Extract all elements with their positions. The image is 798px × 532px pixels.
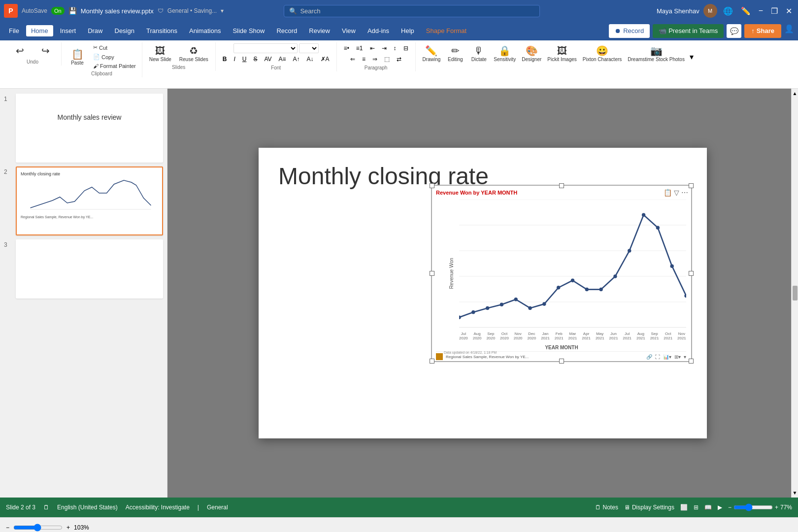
menu-slideshow[interactable]: Slide Show <box>228 25 269 36</box>
account-icon[interactable]: 👤 <box>784 24 794 38</box>
notes-button[interactable]: 🗒 Notes <box>595 504 618 511</box>
sensitivity-button[interactable]: 🔒Sensitivity <box>491 43 519 64</box>
drawing-button[interactable]: ✏️Drawing <box>420 43 444 64</box>
align-center-button[interactable]: ≡ <box>359 54 368 64</box>
comment-button[interactable]: 💬 <box>727 24 741 38</box>
menu-help[interactable]: Help <box>396 25 419 36</box>
font-size-select[interactable] <box>299 43 319 53</box>
reuse-slides-button[interactable]: ♻Reuse Slides <box>176 43 211 64</box>
pickit-images-button[interactable]: 🖼Pickit Images <box>544 43 579 64</box>
italic-button[interactable]: I <box>231 54 238 64</box>
bottom-zoom-out[interactable]: − <box>6 524 9 531</box>
menu-home[interactable]: Home <box>26 25 53 36</box>
scroll-thumb[interactable] <box>793 286 798 300</box>
notes-icon[interactable]: 🗒 <box>43 504 49 511</box>
menu-insert[interactable]: Insert <box>55 25 81 36</box>
search-box[interactable]: 🔍 Search <box>284 5 540 17</box>
convert-button[interactable]: ⇄ <box>394 54 404 64</box>
chart-filter-icon[interactable]: ▽ <box>674 189 679 197</box>
share-button[interactable]: ↑ Share <box>744 24 781 38</box>
bold-button[interactable]: B <box>220 54 230 64</box>
menu-review[interactable]: Review <box>304 25 335 36</box>
indent-decrease-button[interactable]: ⇤ <box>367 43 378 53</box>
close-button[interactable]: ✕ <box>784 4 794 18</box>
save-dropdown-icon[interactable]: ▾ <box>221 7 224 14</box>
increase-font-button[interactable]: A↑ <box>290 54 303 64</box>
minimize-button[interactable]: − <box>757 4 765 17</box>
clear-format-button[interactable]: ✗A <box>318 54 332 64</box>
new-slide-button[interactable]: 🖼New Slide <box>146 43 174 64</box>
smartart-button[interactable]: ⬚ <box>381 54 393 64</box>
numbering-button[interactable]: ≡1 <box>353 43 366 53</box>
menu-shape-format[interactable]: Shape Format <box>421 25 471 36</box>
display-settings-button[interactable]: 🖥 Display Settings <box>624 504 674 511</box>
menu-animations[interactable]: Animations <box>184 25 226 36</box>
text-direction-button[interactable]: A≡ <box>276 54 289 64</box>
chart-table-icon[interactable]: ⊞▾ <box>674 354 681 360</box>
zoom-out-button[interactable]: − <box>728 504 732 511</box>
slide-list-item-3[interactable]: 3 <box>4 239 163 299</box>
strikethrough-button[interactable]: S <box>250 54 260 64</box>
underline-button[interactable]: U <box>239 54 250 64</box>
redo-button[interactable]: ↪ <box>33 43 57 58</box>
editing-button[interactable]: ✏Editing <box>443 43 467 64</box>
line-spacing-button[interactable]: ↕ <box>391 43 399 53</box>
slide-list-item-1[interactable]: 1 Monthly sales review <box>4 94 163 163</box>
present-in-teams-button[interactable]: 📹 Present in Teams <box>653 24 724 38</box>
avatar[interactable]: M <box>703 4 717 18</box>
format-painter-button[interactable]: 🖌Format Painter <box>91 62 138 70</box>
scroll-up-icon[interactable]: ▲ <box>793 91 798 96</box>
bottom-zoom-in[interactable]: + <box>66 524 70 531</box>
menu-addins[interactable]: Add-ins <box>363 25 394 36</box>
autosave-toggle[interactable]: On <box>51 7 65 15</box>
undo-button[interactable]: ↩ <box>8 43 32 58</box>
align-left-button[interactable]: ⇐ <box>347 54 358 64</box>
bullets-button[interactable]: ≡• <box>341 43 352 53</box>
menu-record[interactable]: Record <box>271 25 302 36</box>
decrease-font-button[interactable]: A↓ <box>304 54 317 64</box>
zoom-slider[interactable] <box>733 503 773 511</box>
copy-button[interactable]: 📄Copy <box>91 53 138 61</box>
chart-more-icon[interactable]: ⋯ <box>681 189 688 197</box>
chart-more-btn[interactable]: ▾ <box>684 354 686 360</box>
canvas-area[interactable]: ▲ ▼ Monthly closing rate <box>167 89 798 498</box>
view-slideshow-button[interactable]: ▶ <box>718 504 722 511</box>
cut-button[interactable]: ✂Cut <box>91 43 138 52</box>
slide-thumbnail-2[interactable]: Monthly closing rate Regional Sales Samp… <box>16 166 163 235</box>
chart-container[interactable]: 📋 ▽ ⋯ Revenue Won by YEAR MONTH Revenue … <box>431 185 692 362</box>
dreamstime-button[interactable]: 📷Dreamstime Stock Photos <box>625 43 688 64</box>
zoom-in-button[interactable]: + <box>775 504 778 511</box>
pixton-characters-button[interactable]: 😀Pixton Characters <box>580 43 625 64</box>
view-reading-button[interactable]: 📖 <box>704 504 712 511</box>
menu-design[interactable]: Design <box>110 25 139 36</box>
pen-icon[interactable]: ✏️ <box>739 4 753 18</box>
menu-view[interactable]: View <box>337 25 361 36</box>
indent-increase-button[interactable]: ⇥ <box>379 43 390 53</box>
menu-draw[interactable]: Draw <box>83 25 107 36</box>
view-normal-button[interactable]: ⬜ <box>680 504 688 511</box>
chart-expand-icon[interactable]: ⛶ <box>655 354 660 360</box>
chart-bar-icon[interactable]: 📊▾ <box>663 354 671 360</box>
restore-button[interactable]: ❐ <box>769 4 780 18</box>
slide-list-item-2[interactable]: 2 Monthly closing rate Regional Sales Sa… <box>4 166 163 235</box>
scroll-down-icon[interactable]: ▼ <box>793 490 798 496</box>
slide-canvas[interactable]: Monthly closing rate 📋 ▽ ⋯ <box>259 148 707 438</box>
dictate-button[interactable]: 🎙Dictate <box>467 43 491 64</box>
character-spacing-button[interactable]: AV <box>261 54 274 64</box>
designer-button[interactable]: 🎨Designer <box>519 43 544 64</box>
view-slide-sorter-button[interactable]: ⊞ <box>694 504 698 511</box>
paste-button[interactable]: 📋Paste <box>66 47 89 67</box>
menu-file[interactable]: File <box>4 25 24 36</box>
slide-thumbnail-3[interactable] <box>16 239 163 299</box>
scroll-up-button[interactable]: ▲ ▼ <box>791 89 798 498</box>
legend-link-icon[interactable]: 🔗 <box>646 354 652 360</box>
align-right-button[interactable]: ⇒ <box>369 54 380 64</box>
accessibility-button[interactable]: Accessibility: Investigate <box>126 504 190 511</box>
chart-copy-icon[interactable]: 📋 <box>664 189 672 197</box>
menu-transitions[interactable]: Transitions <box>141 25 182 36</box>
font-family-select[interactable] <box>233 43 298 53</box>
more-commands-button[interactable]: ▾ <box>688 50 696 64</box>
record-button[interactable]: ⏺ Record <box>609 24 650 38</box>
globe-icon[interactable]: 🌐 <box>721 4 735 18</box>
slide-thumbnail-1[interactable]: Monthly sales review <box>16 94 163 163</box>
